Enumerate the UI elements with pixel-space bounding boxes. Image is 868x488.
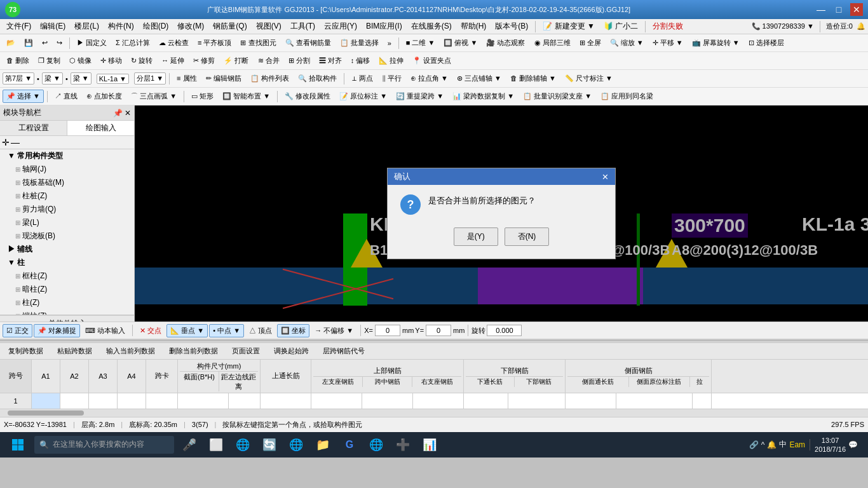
tree-item-beam[interactable]: ⊞ 梁(L) [0,216,134,229]
btn-mirror[interactable]: ⬡ 镜像 [65,54,95,67]
btn-pick-member[interactable]: 🔍 拾取构件 [294,72,341,85]
cell-bot-rebar[interactable] [508,393,566,409]
minimize-button[interactable]: — [815,3,827,16]
tab-input-col[interactable]: 输入当前列数据 [100,344,161,358]
drawing-area[interactable]: KL-1a 300*700-1a B12@100/A8@200(200)A8@2… [135,105,868,322]
taskbar-refresh-icon[interactable]: 🔄 [258,433,281,456]
btn-span-data-copy[interactable]: 📊 梁跨数据复制 ▼ [449,90,518,103]
btn-2d[interactable]: ■ 二维 ▼ [402,36,439,50]
btn-rotate[interactable]: 📺 屏幕旋转 ▼ [688,36,743,50]
member-category-dropdown[interactable]: 梁 ▼ [71,72,92,85]
btn-pan[interactable]: ✛ 平移 ▼ [649,36,687,50]
sub-layer-dropdown[interactable]: 分层1 ▼ [134,72,166,85]
btn-midpoint[interactable]: • 中点 ▼ [209,324,244,337]
btn-apply-same-name[interactable]: 📋 应用到同名梁 [597,90,657,103]
btn-move[interactable]: ✛ 移动 [97,54,126,67]
dialog-no-button[interactable]: 否(N) [505,227,550,246]
menu-draw[interactable]: 绘图(D) [139,20,173,33]
btn-batch-identify[interactable]: 📋 批量识别梁支座 ▼ [519,90,595,103]
btn-coord[interactable]: 🔲 坐标 [277,324,309,337]
menu-member[interactable]: 构件(N) [104,20,138,33]
btn-vertex[interactable]: △ 顶点 [245,324,276,337]
btn-fullscreen[interactable]: ⊞ 全屏 [576,36,605,50]
cell-right-seat[interactable] [413,393,464,409]
x-input[interactable] [375,325,400,336]
close-button[interactable]: ✕ [850,3,863,16]
btn-del-axis[interactable]: 🗑 删除辅轴 ▼ [506,72,560,85]
layer-dropdown[interactable]: 第7层 ▼ [3,72,34,85]
panel-pin-icon[interactable]: 📌 [113,109,123,118]
btn-extend[interactable]: ↔ 延伸 [158,54,188,67]
btn-modify-seg[interactable]: 🔧 修改段属性 [281,90,334,103]
taskbar-ie-icon[interactable]: 🌐 [285,433,308,456]
btn-top-view[interactable]: 🔲 俯视 ▼ [440,36,481,50]
btn-zoom[interactable]: 🔍 缩放 ▼ [606,36,648,50]
btn-select[interactable]: 📌 选择 ▼ [3,90,44,103]
taskbar-plus-icon[interactable]: ➕ [391,433,414,456]
tree-item-axis[interactable]: ⊞ 轴网(J) [0,163,134,176]
panel-add-icon[interactable]: ✛ [2,137,10,147]
btn-select-floor[interactable]: ⊡ 选择楼层 [745,36,788,50]
btn-define[interactable]: ▶ 国定义 [73,36,111,50]
tab-page-settings[interactable]: 页面设置 [226,344,266,358]
btn-no-offset[interactable]: → 不偏移 ▼ [311,324,357,337]
panel-minus-icon[interactable]: — [11,137,20,147]
btn-local-3d[interactable]: ◉ 局部三维 [531,36,574,50]
btn-rotate2[interactable]: ↻ 旋转 [127,54,156,67]
btn-perpendicular[interactable]: 📐 垂点 ▼ [166,324,208,337]
taskbar-task-view-icon[interactable]: ⬜ [205,433,227,456]
taskbar-edge-icon[interactable]: 🌐 [231,433,254,456]
menu-newchange[interactable]: 📝 新建变更 ▼ [539,20,599,33]
btn-view-rebar[interactable]: 🔍 查看钢筋量 [281,36,335,50]
tree-item-frame-col[interactable]: ⊞ 框柱(Z) [0,269,134,283]
btn-three-point-axis[interactable]: ⊛ 三点铺轴 ▼ [453,72,505,85]
tree-item-col-pile[interactable]: ⊞ 柱桩(Z) [0,189,134,203]
cell-bot-thru[interactable] [464,393,508,409]
tree-item-shear-wall[interactable]: ⊞ 剪力墙(Q) [0,203,134,216]
btn-batch-select[interactable]: 📋 批量选择 [336,36,383,50]
btn-ortho[interactable]: ☑ 正交 [3,324,32,337]
btn-find-elem[interactable]: ⊞ 查找图元 [236,36,280,50]
btn-parallel[interactable]: ∥ 平行 [378,72,405,85]
menu-cloud[interactable]: 云应用(Y) [320,20,361,33]
tree-common-types[interactable]: ▼ 常用构件类型 [0,149,134,163]
taskbar-start-button[interactable] [5,432,31,458]
btn-single-member[interactable]: 单构件输入 [0,315,134,322]
taskbar-g-icon[interactable]: G [338,433,361,456]
btn-dimension[interactable]: 📏 尺寸标注 ▼ [561,72,616,85]
panel-close-icon[interactable]: ✕ [125,109,131,118]
btn-dynamic-input[interactable]: ⌨ 动本输入 [81,324,129,337]
notification-icon[interactable]: 🔔 [857,22,865,30]
btn-calc-sum[interactable]: Σ 汇总计算 [112,36,154,50]
taskbar-mic-icon[interactable]: 🎤 [178,433,201,456]
btn-smart-layout[interactable]: 🔲 智能布置 ▼ [219,90,274,103]
btn-merge[interactable]: ≋ 合并 [254,54,283,67]
cell-side-inplace[interactable] [616,393,693,409]
btn-pull-angle[interactable]: ⊕ 拉点角 ▼ [407,72,452,85]
btn-align[interactable]: ☰ 对齐 [315,54,346,67]
tab-copy-span[interactable]: 复制跨数据 [3,344,49,358]
tab-swap-start[interactable]: 调换起始跨 [268,344,315,358]
menu-tools[interactable]: 工具(T) [287,20,319,33]
btn-point-len[interactable]: ⊕ 点加长度 [83,90,126,103]
tree-aux-lines[interactable]: ▶ 辅线 [0,243,134,256]
btn-align-top[interactable]: ≡ 平齐板顶 [194,36,235,50]
menu-guangxiao[interactable]: 🔰 广小二 [600,20,642,33]
btn-trim[interactable]: ✂ 修剪 [189,54,219,67]
cell-span-clip[interactable] [146,393,178,409]
y-input[interactable] [426,325,451,336]
btn-re-span[interactable]: 🔄 重提梁跨 ▼ [392,90,447,103]
cell-side-thru[interactable] [566,393,616,409]
cell-a2[interactable] [60,393,89,409]
cell-a4[interactable] [118,393,146,409]
btn-cloud-check[interactable]: ☁ 云检查 [155,36,193,50]
btn-split[interactable]: ⊞ 分割 [285,54,314,67]
btn-break[interactable]: ⚡ 打断 [220,54,252,67]
tab-delete-col[interactable]: 删除当前列数据 [163,344,224,358]
btn-two-point[interactable]: ⊥ 两点 [348,72,377,85]
btn-more1[interactable]: » [384,37,395,49]
btn-line[interactable]: ↗ 直线 [51,90,81,103]
cell-mid-rebar[interactable] [362,393,413,409]
tab-project-settings[interactable]: 工程设置 [0,121,67,135]
cell-a3[interactable] [89,393,118,409]
